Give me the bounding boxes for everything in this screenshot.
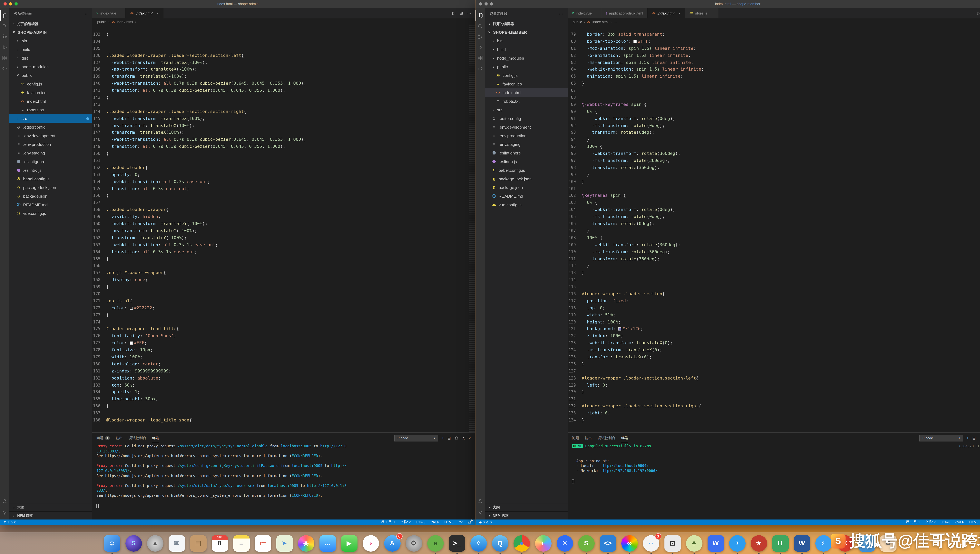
dock-spring-tool-icon[interactable]: S [578, 535, 595, 551]
file-row[interactable]: JSvue.config.js [485, 201, 568, 209]
file-row[interactable]: <>index.html [485, 88, 568, 97]
file-row[interactable]: ≡.env.development [10, 131, 92, 140]
zoom-button[interactable] [490, 2, 493, 5]
open-editors-section[interactable]: ›打开的编辑器 [10, 20, 92, 28]
minimap[interactable] [469, 25, 475, 433]
source-control-icon[interactable] [0, 31, 10, 42]
dock-thunder-icon[interactable]: ⚡ [815, 535, 832, 551]
source-control-icon[interactable] [476, 31, 485, 42]
dock-app-store-icon[interactable]: A6 [384, 535, 401, 551]
dock-remote-desktop-icon[interactable]: ✕ [557, 535, 573, 551]
dock-facetime-icon[interactable]: ▶ [341, 535, 357, 551]
account-icon[interactable] [476, 498, 485, 505]
split-terminal-button[interactable]: ⊞ [447, 436, 451, 440]
npm-scripts-section[interactable]: ›NPM 脚本 [485, 511, 568, 519]
file-row[interactable]: JSvue.config.js [10, 209, 92, 218]
close-button[interactable] [3, 2, 7, 5]
manage-icon[interactable] [476, 509, 485, 516]
remote-explorer-icon[interactable] [0, 63, 10, 74]
split-terminal-button[interactable]: ⊞ [972, 436, 976, 440]
status-cursor-position[interactable]: 行 1, 列 1 [906, 520, 920, 525]
file-row[interactable]: Bbabel.config.js [485, 166, 568, 175]
dock-wps-icon[interactable]: W [707, 535, 724, 551]
close-panel-button[interactable]: × [468, 436, 471, 440]
dock-itunes-icon[interactable]: ♪ [363, 535, 379, 551]
dock-qq-browser-icon[interactable]: Q [492, 535, 508, 551]
minimize-button[interactable] [485, 2, 488, 5]
file-row[interactable]: ⓘREADME.md [485, 192, 568, 201]
tab-index.html[interactable]: <>index.html× [648, 8, 685, 18]
file-row[interactable]: JSconfig.js [485, 71, 568, 80]
file-row[interactable]: ⚙.editorconfig [485, 114, 568, 123]
breadcrumb[interactable]: public›<>index.html›… [92, 18, 475, 25]
run-and-debug-icon[interactable] [476, 42, 485, 53]
search-icon[interactable] [476, 21, 485, 31]
file-row[interactable]: <>index.html [10, 97, 92, 105]
file-row[interactable]: ≡.env.staging [485, 140, 568, 149]
panel-tab[interactable]: 调试控制台 [129, 433, 146, 443]
npm-scripts-section[interactable]: ›NPM 脚本 [10, 511, 92, 519]
dock-calendar-icon[interactable]: 10月8 [212, 535, 228, 551]
close-button[interactable] [479, 2, 482, 5]
manage-icon[interactable] [0, 509, 10, 516]
maximize-panel-button[interactable]: ∧ [462, 436, 465, 440]
dock-360-browser-icon[interactable]: ◐ [535, 535, 551, 551]
extensions-icon[interactable] [0, 53, 10, 63]
dock-dingtalk-icon[interactable]: ✈ [729, 535, 745, 551]
tab-store.js[interactable]: JSstore.js [685, 8, 719, 18]
file-row[interactable]: ≡.env.production [10, 140, 92, 149]
dock-messages-icon[interactable]: … [319, 535, 336, 551]
file-row[interactable]: .eslintignore [10, 157, 92, 166]
folder-row[interactable]: ∨public [485, 62, 568, 71]
more-actions-icon[interactable]: ⋯ [559, 11, 563, 16]
dock-safari-icon[interactable]: ✧ [470, 535, 487, 551]
dock-chrome-icon[interactable]: ● [513, 535, 530, 551]
file-row[interactable]: Bbabel.config.js [10, 175, 92, 183]
folder-row[interactable]: ›node_modules [485, 54, 568, 62]
folder-row[interactable]: ∨public [10, 71, 92, 80]
tab-application-druid.yml[interactable]: !application-druid.yml [601, 8, 648, 18]
dock-tree-app-icon[interactable]: ♣ [686, 535, 702, 551]
status-language-mode[interactable]: HTML [444, 520, 453, 524]
status-language-mode[interactable]: HTML [969, 520, 978, 524]
editor[interactable]: 133}134 135 136.loaded #loader-wrapper .… [92, 25, 475, 433]
search-icon[interactable] [0, 21, 10, 31]
extensions-icon[interactable] [476, 53, 485, 63]
dock-red-star-app-icon[interactable]: ★ [751, 535, 767, 551]
status-eol[interactable]: CRLF [955, 520, 964, 524]
outline-section[interactable]: ›大纲 [10, 503, 92, 511]
file-row[interactable]: {}package-lock.json [10, 183, 92, 192]
file-row[interactable]: ≡robots.txt [10, 105, 92, 114]
folder-row[interactable]: ›node_modules [10, 62, 92, 71]
status-eol[interactable]: CRLF [430, 520, 439, 524]
panel-tab[interactable]: 输出 [585, 433, 592, 443]
problems-status[interactable]: ⊗ 0⚠ 0 [479, 520, 492, 524]
dock-mail-icon[interactable]: ✉ [169, 535, 185, 551]
dock-hbuilder-icon[interactable]: H [772, 535, 789, 551]
dock-launchpad-icon[interactable]: ▲ [147, 535, 163, 551]
status-encoding[interactable]: UTF-8 [941, 520, 950, 524]
terminal[interactable]: Proxy error: Could not proxy request /sy… [96, 444, 472, 518]
folder-row[interactable]: ›src [10, 114, 92, 123]
panel-tab[interactable]: 调试控制台 [598, 433, 616, 443]
zoom-button[interactable] [14, 2, 18, 5]
dock-rainbow-app-icon[interactable]: ∞ [621, 535, 638, 551]
editor-more-icon[interactable]: ⋯ [467, 11, 471, 15]
file-row[interactable]: {}package-lock.json [485, 175, 568, 183]
project-root-row[interactable]: ∨SHOPE-ADMIN [10, 28, 92, 37]
file-row[interactable]: {}package.json [485, 183, 568, 192]
panel-tab[interactable]: 终端 [152, 433, 159, 443]
file-row[interactable]: ≡.env.production [485, 131, 568, 140]
status-indentation[interactable]: 空格: 2 [400, 520, 411, 525]
dock-maps-icon[interactable]: ➤ [276, 535, 293, 551]
editor[interactable]: 79 border: 3px solid transparent;80 bord… [568, 25, 980, 433]
dock-terminal-icon[interactable]: >_ [449, 535, 465, 551]
run-button[interactable]: ▷ [977, 11, 980, 15]
dock-word-icon[interactable]: W [794, 535, 810, 551]
panel-tab[interactable]: 问题 [572, 433, 579, 443]
file-row[interactable]: .eslintignore [485, 149, 568, 157]
status-indentation[interactable]: 空格: 2 [925, 520, 936, 525]
file-row[interactable]: .eslintrc.js [485, 157, 568, 166]
account-icon[interactable] [0, 498, 10, 505]
breadcrumb[interactable]: public›<>index.html›… [568, 18, 980, 25]
